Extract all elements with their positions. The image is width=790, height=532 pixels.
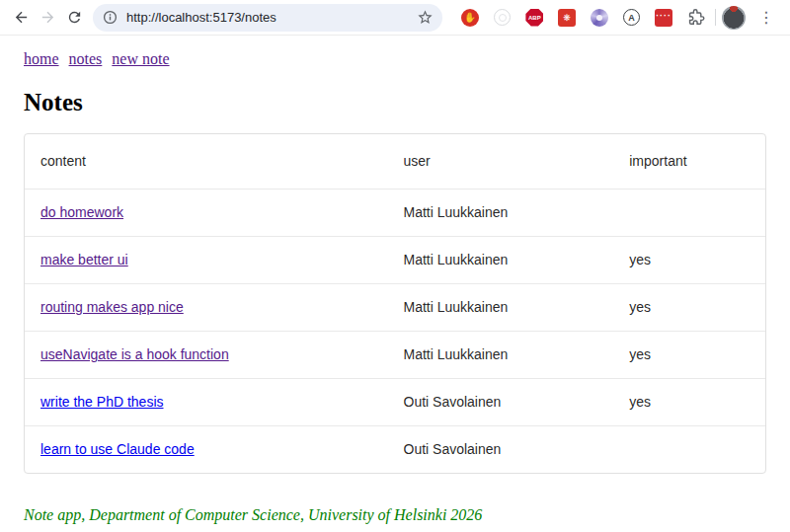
a-circle-icon: A: [623, 9, 640, 26]
adblock-plus-icon: ABP: [525, 9, 543, 27]
note-important: yes: [613, 283, 765, 331]
notes-table-body: do homework Matti Luukkainen make better…: [25, 189, 765, 473]
toolbar-divider: [715, 9, 716, 26]
notes-table-card: content user important do homework Matti…: [24, 133, 766, 474]
extension-password-manager[interactable]: ····: [648, 9, 679, 27]
table-header-row: content user important: [25, 134, 765, 189]
forward-button[interactable]: [35, 4, 61, 31]
column-header-content: content: [25, 134, 388, 189]
nav: homenotesnew note: [24, 50, 766, 68]
back-button[interactable]: [8, 4, 35, 31]
note-user: Matti Luukkainen: [388, 189, 614, 236]
column-header-important: important: [613, 134, 765, 189]
note-link[interactable]: write the PhD thesis: [40, 394, 164, 410]
note-link[interactable]: make better ui: [40, 252, 128, 267]
extensions-area: ✋ ABP ❋ A ···· ⋮: [454, 6, 782, 30]
note-row: useNavigate is a hook function Matti Luu…: [25, 331, 765, 378]
notes-table: content user important do homework Matti…: [25, 134, 765, 473]
note-row: make better ui Matti Luukkainen yes: [25, 236, 765, 283]
browser-toolbar: http://localhost:5173/notes ✋ ABP ❋ A ··…: [0, 0, 790, 36]
note-important: yes: [613, 331, 765, 378]
note-user: Matti Luukkainen: [388, 236, 614, 283]
note-user: Outi Savolainen: [388, 425, 614, 473]
bookmark-star-icon[interactable]: [417, 9, 434, 26]
hand-glyph: ✋: [464, 12, 476, 23]
note-row: write the PhD thesis Outi Savolainen yes: [25, 378, 765, 425]
site-info-icon[interactable]: [103, 10, 118, 25]
password-dots-icon: ····: [655, 9, 672, 27]
note-user: Matti Luukkainen: [388, 283, 614, 331]
forward-arrow-icon: [40, 9, 56, 26]
red-square-icon: ❋: [558, 9, 576, 27]
page-title: Notes: [24, 89, 766, 116]
extension-adblock-plus[interactable]: ABP: [518, 9, 550, 27]
footer-text: Note app, Department of Computer Science…: [24, 506, 766, 524]
address-bar[interactable]: http://localhost:5173/notes: [93, 4, 442, 32]
note-row: do homework Matti Luukkainen: [25, 189, 765, 236]
hand-blocker-icon: ✋: [461, 9, 479, 27]
note-link[interactable]: useNavigate is a hook function: [40, 346, 229, 362]
reload-button[interactable]: [61, 4, 88, 31]
page-content: homenotesnew note Notes content user imp…: [0, 36, 790, 524]
extension-hand-blocker[interactable]: ✋: [454, 9, 486, 27]
note-row: routing makes app nice Matti Luukkainen …: [25, 283, 765, 331]
shutter-icon: [494, 9, 511, 26]
profile-button[interactable]: [718, 6, 750, 30]
extension-shutter[interactable]: [487, 9, 518, 26]
profile-avatar: [722, 6, 746, 30]
browser-menu-button[interactable]: ⋮: [750, 8, 782, 27]
nav-link-new-note[interactable]: new note: [107, 50, 174, 67]
puzzle-icon: [686, 8, 705, 27]
note-important: [613, 189, 765, 236]
nav-link-home[interactable]: home: [24, 50, 64, 67]
kebab-menu-icon: ⋮: [758, 8, 774, 27]
note-link[interactable]: do homework: [40, 204, 123, 220]
extension-red-square[interactable]: ❋: [551, 9, 583, 27]
reload-icon: [66, 9, 83, 26]
column-header-user: user: [388, 134, 614, 189]
note-important: yes: [613, 378, 765, 425]
note-user: Outi Savolainen: [388, 378, 614, 425]
extensions-menu-button[interactable]: [680, 8, 712, 27]
note-important: [613, 425, 765, 473]
nav-link-notes[interactable]: notes: [64, 50, 108, 67]
extension-a-circle[interactable]: A: [615, 9, 647, 26]
back-arrow-icon: [13, 9, 30, 26]
note-link[interactable]: routing makes app nice: [40, 299, 184, 315]
note-link[interactable]: learn to use Claude code: [40, 441, 195, 457]
purple-swirl-icon: [591, 9, 608, 27]
note-important: yes: [613, 236, 765, 283]
url-text[interactable]: http://localhost:5173/notes: [126, 10, 417, 25]
note-user: Matti Luukkainen: [388, 331, 614, 378]
extension-purple-swirl[interactable]: [584, 9, 615, 27]
note-row: learn to use Claude code Outi Savolainen: [25, 425, 765, 473]
